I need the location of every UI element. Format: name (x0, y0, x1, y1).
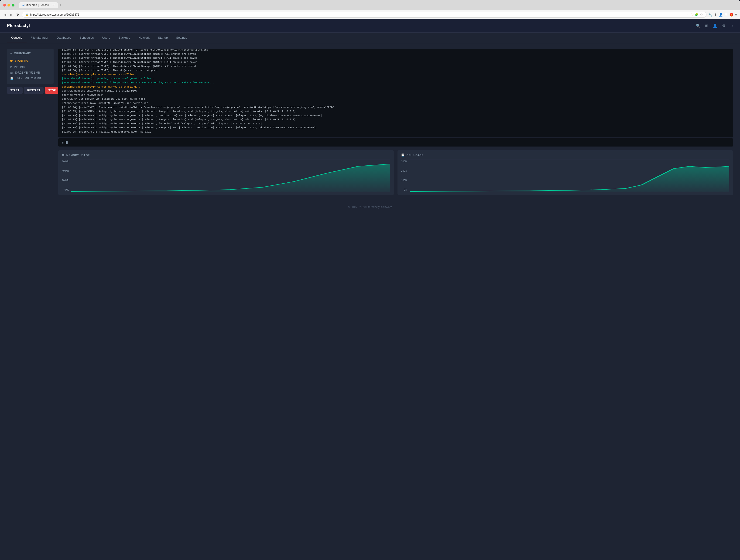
maximize-window-button[interactable] (12, 4, 14, 6)
console-line: [Pterodactyl Daemon]: Updating process c… (62, 77, 729, 81)
cpu-chart-area: 300% 200% 100% 0% (401, 159, 729, 192)
tab-backups[interactable]: Backups (114, 32, 134, 43)
console-line: [01:08:05] [main/WARN]: Ambiguity betwee… (62, 114, 729, 118)
browser-nav-bar: ◀ ▶ ↻ 🔒 https://pterodactyl.test/server/… (0, 10, 740, 19)
cpu-label-0: 0% (401, 188, 409, 191)
status-text: STARTING (14, 59, 28, 63)
console-line: [01:07:54] [Server thread/INFO]: Saving … (62, 49, 729, 52)
console-line: container@pterodactyl~ Server marked as … (62, 85, 729, 89)
tab-title: Minecraft | Console (26, 3, 50, 7)
server-info-block: ≡ MINECRAFT STARTING ⊞ 211.19% ▦ 307.02 … (7, 49, 54, 84)
console-line: [01:08:05] [main/WARN]: Ambiguity betwee… (62, 118, 729, 122)
cpu-icon: ⊞ (10, 66, 12, 69)
cpu-chart-header: 💾 CPU USAGE (401, 154, 729, 157)
start-button[interactable]: START (7, 87, 23, 94)
menu-icon[interactable]: ≡ (735, 13, 737, 17)
cpu-value: 211.19% (14, 66, 25, 69)
nav-back-button[interactable]: ◀ (3, 12, 7, 17)
main-content: ≡ MINECRAFT STARTING ⊞ 211.19% ▦ 307.02 … (0, 43, 740, 201)
disk-stat-row: 💾 184.91 MB / 200 MB (10, 76, 50, 81)
gear-icon[interactable]: ⚙ (722, 23, 725, 28)
console-panel: [01:07:54] [Server thread/INFO]: Saving … (58, 49, 733, 195)
memory-label-400: 400Mb (62, 170, 71, 172)
tab-users[interactable]: Users (98, 32, 114, 43)
tab-console[interactable]: Console (7, 32, 26, 43)
tab-close-button[interactable]: ✕ (53, 4, 55, 7)
browser-titlebar: ◀ Minecraft | Console ✕ + (0, 0, 740, 10)
tab-file-manager[interactable]: File Manager (26, 32, 53, 43)
console-input[interactable] (70, 141, 729, 144)
restart-button[interactable]: RESTART (24, 87, 43, 94)
layers-icon[interactable]: ⊞ (705, 23, 708, 28)
cpu-label-300: 300% (401, 160, 409, 163)
download-icon[interactable]: ⬇ (714, 13, 717, 16)
address-menu-icon[interactable]: ··· (687, 13, 689, 16)
memory-label-600: 600Mb (62, 160, 71, 163)
console-line: [01:07:54] [Server thread/INFO]: Threade… (62, 56, 729, 60)
sub-navbar: Console File Manager Databases Schedules… (0, 32, 740, 43)
close-window-button[interactable] (3, 4, 6, 6)
disk-value: 184.91 MB / 200 MB (15, 77, 41, 80)
browser-window: ◀ Minecraft | Console ✕ + ◀ ▶ ↻ 🔒 https:… (0, 0, 740, 19)
cpu-y-labels: 300% 200% 100% 0% (401, 159, 409, 192)
server-controls: START RESTART STOP (7, 87, 54, 94)
top-navbar: Pterodactyl 🔍 ⊞ 👤 ⚙ ⇥ (0, 19, 740, 32)
cpu-chart-icon: 💾 (401, 154, 405, 157)
memory-y-labels: 600Mb 400Mb 200Mb 0Mb (62, 159, 71, 192)
console-line: [01:08:05] [main/WARN]: Ambiguity betwee… (62, 109, 729, 114)
app-container: Pterodactyl 🔍 ⊞ 👤 ⚙ ⇥ Console File Manag… (0, 19, 740, 560)
active-tab[interactable]: ◀ Minecraft | Console ✕ (19, 2, 58, 8)
status-indicator (10, 60, 13, 62)
memory-chart-title: MEMORY USAGE (66, 154, 90, 157)
console-output: [01:07:54] [Server thread/INFO]: Saving … (58, 49, 733, 137)
url-text: https://pterodactyl.test/server/5e0b3372 (30, 13, 686, 16)
server-status-row: STARTING (10, 57, 50, 64)
cpu-label-100: 100% (401, 179, 409, 182)
nav-refresh-button[interactable]: ↻ (15, 12, 20, 17)
server-name-label: MINECRAFT (14, 52, 31, 55)
tab-databases[interactable]: Databases (53, 32, 76, 43)
cpu-stat-row: ⊞ 211.19% (10, 64, 50, 70)
star-icon[interactable]: ☆ (700, 13, 703, 16)
cpu-chart-card: 💾 CPU USAGE 300% 200% 100% 0% (397, 150, 733, 195)
console-line: container@pterodactyl~ Server marked as … (62, 73, 729, 77)
extensions-grid-icon[interactable]: ⊞ (725, 13, 727, 16)
tools-icon[interactable]: 🔧 (708, 13, 712, 16)
logout-icon[interactable]: ⇥ (730, 23, 733, 28)
tab-startup[interactable]: Startup (154, 32, 172, 43)
cpu-chart-svg (410, 159, 729, 192)
footer: © 2015 - 2020 Pterodactyl Software (0, 201, 740, 213)
console-cursor (66, 141, 68, 144)
tab-network[interactable]: Network (134, 32, 154, 43)
shield-icon: 🛡 (691, 13, 693, 16)
minimize-window-button[interactable] (7, 4, 10, 6)
gift-icon[interactable]: 🎁 (729, 13, 733, 16)
menu-lines-icon: ≡ (10, 52, 12, 55)
memory-icon: ▦ (10, 71, 13, 74)
tab-schedules[interactable]: Schedules (76, 32, 98, 43)
address-bar[interactable]: 🔒 https://pterodactyl.test/server/5e0b33… (22, 12, 707, 18)
profile-icon[interactable]: 👤 (719, 13, 723, 16)
account-icon[interactable]: 👤 (713, 23, 717, 28)
console-line: OpenJDK Runtime Environment (build 1.8.0… (62, 89, 729, 93)
browser-toolbar-icons: 🔧 ⬇ 👤 ⊞ 🎁 ≡ (708, 13, 737, 17)
stop-button[interactable]: STOP (45, 87, 59, 94)
console-line: [Pterodactyl Daemon]: Ensuring file perm… (62, 81, 729, 85)
search-icon[interactable]: 🔍 (696, 23, 701, 28)
tab-favicon: ◀ (22, 4, 24, 7)
memory-stat-row: ▦ 307.02 MB / 512 MB (10, 70, 50, 76)
memory-value: 307.02 MB / 512 MB (14, 71, 40, 74)
new-tab-button[interactable]: + (59, 3, 61, 7)
console-line: [01:07:54] [Server thread/INFO]: Threade… (62, 60, 729, 65)
memory-chart-icon: ▦ (62, 154, 65, 157)
nav-forward-button[interactable]: ▶ (9, 12, 13, 17)
footer-text: © 2015 - 2020 Pterodactyl Software (348, 205, 392, 209)
console-line: OpenJDK 64-Bit Server VM (build 25.262-b… (62, 97, 729, 101)
console-line: [01:08:05] [main/INFO]: Reloading Resour… (62, 130, 729, 134)
console-line: openjdk version "1.8.0_262" (62, 93, 729, 97)
console-line: [01:07:54] [Server thread/INFO]: Threade… (62, 52, 729, 57)
console-input-row: $ (58, 138, 733, 147)
tab-settings[interactable]: Settings (172, 32, 191, 43)
console-line: [01:08:05] [main/WARN]: Ambiguity betwee… (62, 126, 729, 130)
server-name-header: ≡ MINECRAFT (10, 52, 50, 55)
